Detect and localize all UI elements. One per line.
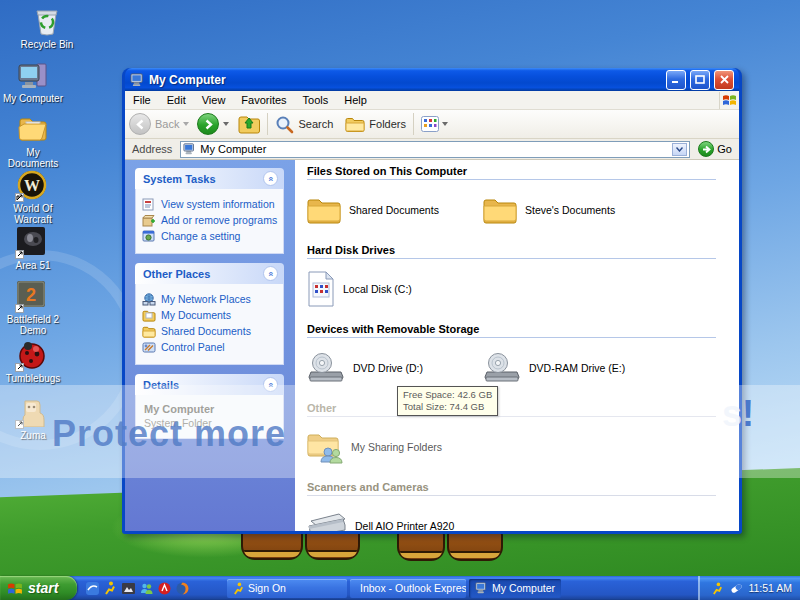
place-link: My Network Places (161, 293, 251, 305)
search-button[interactable]: Search (275, 115, 333, 134)
back-dropdown-icon[interactable] (183, 122, 189, 126)
go-icon (698, 141, 714, 157)
menu-file[interactable]: File (125, 92, 159, 108)
back-button[interactable] (129, 113, 151, 135)
collapse-chevron-icon[interactable]: « (263, 171, 278, 186)
shortcut-arrow-icon (15, 193, 24, 202)
tile-steves-documents[interactable]: Steve's Documents (483, 188, 659, 232)
folder-icon (483, 196, 517, 225)
desktop-icon-battlefield-2-demo[interactable]: 2 Battlefield 2 Demo (0, 281, 66, 336)
task-link: Add or remove programs (161, 214, 277, 226)
desktop-icon-area-51[interactable]: Area 51 (0, 227, 66, 271)
section-header-scanners-cameras: Scanners and Cameras (307, 481, 716, 496)
close-button[interactable] (714, 70, 734, 90)
place-link: Shared Documents (161, 325, 251, 337)
link-control-panel[interactable]: Control Panel (142, 341, 279, 354)
views-button[interactable] (421, 116, 448, 132)
my-documents-small-icon (142, 309, 156, 322)
link-my-network-places[interactable]: My Network Places (142, 293, 279, 306)
desktop-icon-recycle-bin[interactable]: Recycle Bin (14, 6, 80, 50)
menu-view[interactable]: View (194, 92, 234, 108)
tray-aim-icon[interactable] (710, 581, 724, 595)
task-sign-on[interactable]: Sign On (227, 579, 347, 598)
shortcut-arrow-icon (15, 304, 24, 313)
battlefield-2-demo-icon: 2 (17, 281, 49, 311)
tile-label: My Sharing Folders (351, 441, 442, 453)
task-view-system-information[interactable]: View system information (142, 198, 279, 211)
desktop-icon-world-of-warcraft[interactable]: W World Of Warcraft (0, 170, 66, 225)
link-my-documents[interactable]: My Documents (142, 309, 279, 322)
collapse-chevron-icon[interactable]: « (263, 377, 278, 392)
area-51-icon (17, 227, 49, 257)
window-titlebar[interactable]: My Computer (125, 68, 739, 91)
minimize-button[interactable] (666, 70, 686, 90)
network-places-icon (142, 293, 156, 306)
quicklaunch-aim-logo-icon[interactable] (157, 581, 171, 595)
folders-label: Folders (369, 118, 406, 130)
address-combo[interactable]: My Computer (180, 141, 690, 158)
desktop-icon-label: World Of Warcraft (0, 203, 66, 225)
quicklaunch-messenger-icon[interactable] (139, 581, 153, 595)
taskbar: start Sign On Inbox - Outlook Express My… (0, 576, 800, 600)
menu-edit[interactable]: Edit (159, 92, 194, 108)
address-dropdown-button[interactable] (672, 143, 687, 156)
quick-launch (77, 581, 195, 595)
window-icon (130, 73, 145, 87)
dvd-drive-icon (483, 352, 521, 384)
task-label: My Computer (492, 582, 555, 594)
svg-text:2: 2 (26, 285, 36, 305)
windows-logo-icon (719, 92, 739, 109)
section-header-other: Other (307, 402, 716, 417)
other-places-header[interactable]: Other Places « (135, 263, 284, 284)
menu-help[interactable]: Help (336, 92, 375, 108)
tile-dell-aio-printer[interactable]: Dell AIO Printer A920 (307, 504, 483, 531)
details-header[interactable]: Details « (135, 374, 284, 395)
panel-title: Details (143, 379, 263, 391)
link-shared-documents[interactable]: Shared Documents (142, 325, 279, 338)
tile-label: Local Disk (C:) (343, 283, 412, 295)
task-change-a-setting[interactable]: Change a setting (142, 230, 279, 243)
desktop-icon-tumblebugs[interactable]: Tumblebugs (0, 340, 66, 384)
tile-local-disk-c[interactable]: Local Disk (C:) (307, 267, 483, 311)
quicklaunch-aim-icon[interactable] (103, 581, 117, 595)
system-tasks-panel: System Tasks « View system information A… (135, 168, 284, 254)
desktop-icon-my-documents[interactable]: My Documents (0, 114, 66, 169)
task-add-or-remove-programs[interactable]: Add or remove programs (142, 214, 279, 227)
collapse-chevron-icon[interactable]: « (263, 266, 278, 281)
go-button[interactable]: Go (694, 141, 736, 157)
tile-dvd-drive-d[interactable]: DVD Drive (D:) (307, 346, 483, 390)
tile-my-sharing-folders[interactable]: My Sharing Folders (307, 425, 483, 469)
menu-favorites[interactable]: Favorites (233, 92, 294, 108)
quicklaunch-app-icon[interactable] (85, 581, 99, 595)
task-inbox-outlook-express[interactable]: Inbox - Outlook Express (350, 579, 466, 598)
quicklaunch-firefox-icon[interactable] (175, 581, 189, 595)
quicklaunch-photo-icon[interactable] (121, 581, 135, 595)
tray-pill-icon[interactable] (729, 581, 743, 595)
tile-dvd-ram-drive-e[interactable]: DVD-RAM Drive (E:) (483, 346, 659, 390)
desktop-icon-my-computer[interactable]: My Computer (0, 60, 66, 104)
forward-dropdown-icon[interactable] (223, 122, 229, 126)
address-icon (183, 143, 196, 155)
add-remove-programs-icon (142, 214, 156, 227)
desktop-icon-zuma[interactable]: Zuma (0, 397, 66, 441)
control-panel-icon (142, 341, 156, 354)
task-my-computer[interactable]: My Computer (469, 579, 561, 598)
folders-button[interactable]: Folders (345, 116, 406, 133)
tooltip-total-size: Total Size: 74.4 GB (403, 401, 492, 413)
my-documents-icon (17, 114, 49, 144)
other-places-panel: Other Places « My Network Places My Docu… (135, 263, 284, 365)
menu-tools[interactable]: Tools (295, 92, 337, 108)
desktop-icon-label: Tumblebugs (0, 373, 66, 384)
system-tasks-header[interactable]: System Tasks « (135, 168, 284, 189)
recycle-bin-icon (31, 6, 63, 36)
tile-label: Shared Documents (349, 204, 439, 216)
shortcut-arrow-icon (15, 363, 24, 372)
tile-shared-documents[interactable]: Shared Documents (307, 188, 483, 232)
toolbar: Back Search Folders (125, 110, 739, 139)
up-button[interactable] (238, 114, 260, 134)
shortcut-arrow-icon (15, 250, 24, 259)
maximize-button[interactable] (690, 70, 710, 90)
task-label: Sign On (248, 582, 286, 594)
start-button[interactable]: start (0, 576, 77, 600)
forward-button[interactable] (197, 113, 219, 135)
